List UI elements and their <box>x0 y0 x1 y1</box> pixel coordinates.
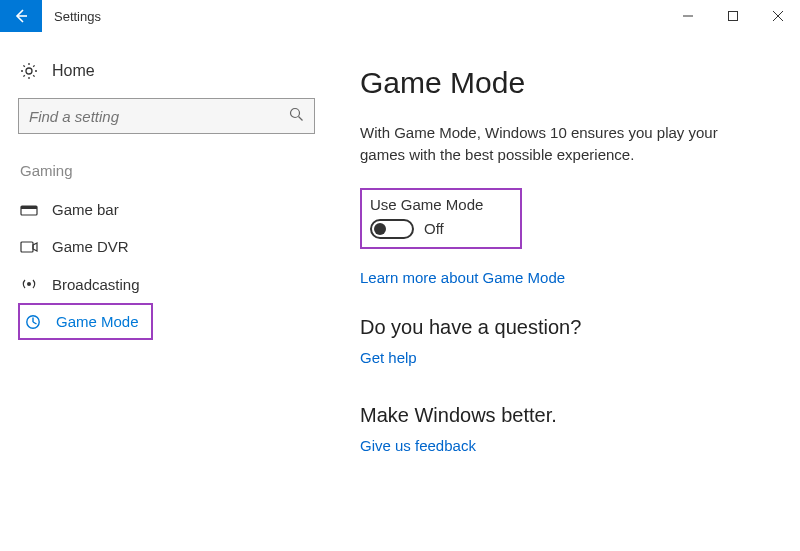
svg-point-5 <box>26 68 32 74</box>
maximize-icon <box>727 10 739 22</box>
feedback-link[interactable]: Give us feedback <box>360 437 476 454</box>
minimize-icon <box>682 10 694 22</box>
sidebar-home[interactable]: Home <box>18 56 312 98</box>
svg-rect-2 <box>728 12 737 21</box>
minimize-button[interactable] <box>665 0 710 32</box>
section-label: Gaming <box>18 162 312 179</box>
sidebar-item-label: Game Mode <box>56 313 139 330</box>
back-button[interactable] <box>0 0 42 32</box>
search-input[interactable] <box>29 108 289 125</box>
toggle-row: Off <box>370 219 512 239</box>
svg-line-15 <box>299 117 303 121</box>
svg-rect-17 <box>21 206 37 209</box>
titlebar: Settings <box>0 0 800 32</box>
sidebar-item-game-mode[interactable]: Game Mode <box>18 303 153 340</box>
close-icon <box>772 10 784 22</box>
question-heading: Do you have a question? <box>360 316 760 339</box>
content: Home Gaming Game bar Game DVR Broa <box>0 32 800 551</box>
game-dvr-icon <box>20 240 38 254</box>
app-title: Settings <box>54 9 101 24</box>
main-panel: Game Mode With Game Mode, Windows 10 ens… <box>330 32 800 551</box>
maximize-button[interactable] <box>710 0 755 32</box>
svg-line-12 <box>23 75 24 76</box>
toggle-state: Off <box>424 220 444 237</box>
arrow-left-icon <box>13 8 29 24</box>
sidebar-item-label: Game DVR <box>52 238 129 255</box>
sidebar-item-game-bar[interactable]: Game bar <box>18 191 312 228</box>
toggle-label: Use Game Mode <box>370 196 512 213</box>
svg-line-13 <box>33 65 34 66</box>
page-heading: Game Mode <box>360 66 760 100</box>
home-label: Home <box>52 62 95 80</box>
game-mode-toggle[interactable] <box>370 219 414 239</box>
sidebar-item-broadcasting[interactable]: Broadcasting <box>18 265 312 303</box>
svg-point-14 <box>291 109 300 118</box>
better-heading: Make Windows better. <box>360 404 760 427</box>
game-bar-icon <box>20 203 38 217</box>
get-help-link[interactable]: Get help <box>360 349 417 366</box>
sidebar-item-label: Game bar <box>52 201 119 218</box>
gear-icon <box>20 62 38 80</box>
search-box[interactable] <box>18 98 315 134</box>
svg-point-19 <box>27 282 31 286</box>
sidebar: Home Gaming Game bar Game DVR Broa <box>0 32 330 551</box>
broadcasting-icon <box>20 275 38 293</box>
game-mode-icon <box>24 314 42 330</box>
game-mode-toggle-block: Use Game Mode Off <box>360 188 522 249</box>
search-icon <box>289 107 304 125</box>
learn-more-link[interactable]: Learn more about Game Mode <box>360 269 565 286</box>
sidebar-item-label: Broadcasting <box>52 276 140 293</box>
close-button[interactable] <box>755 0 800 32</box>
window-controls <box>665 0 800 32</box>
svg-line-11 <box>33 75 34 76</box>
svg-line-10 <box>23 65 24 66</box>
svg-line-22 <box>33 322 37 324</box>
svg-rect-18 <box>21 242 33 252</box>
sidebar-item-game-dvr[interactable]: Game DVR <box>18 228 312 265</box>
page-description: With Game Mode, Windows 10 ensures you p… <box>360 122 755 166</box>
toggle-knob <box>374 223 386 235</box>
